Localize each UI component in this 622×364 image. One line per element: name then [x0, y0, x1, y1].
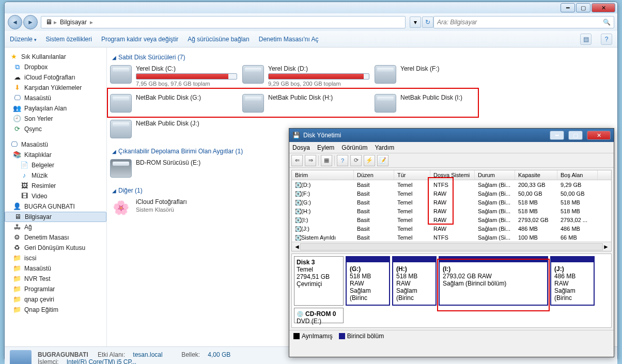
search-input[interactable] — [437, 19, 603, 26]
back-button[interactable]: ◄ — [8, 15, 22, 29]
horizontal-scrollbar[interactable]: ◄► — [292, 242, 611, 251]
sidebar-item-shared[interactable]: 👥Paylaşılan Alan — [5, 103, 106, 114]
uninstall-program[interactable]: Program kaldır veya değiştir — [101, 36, 178, 43]
partition-h[interactable]: (H:)518 MB RAWSağlam (Birinc — [392, 256, 437, 306]
organize-menu[interactable]: Düzenle — [10, 36, 37, 43]
sidebar-item-recent[interactable]: 🕘Son Yerler — [5, 114, 106, 124]
view-options[interactable]: ▤ — [580, 34, 592, 45]
map-network-drive[interactable]: Ağ sürücüsüne bağlan — [188, 36, 249, 43]
tool-forward[interactable]: ⇒ — [305, 155, 316, 166]
address-bar[interactable]: 🖥 ▸ Bilgisayar ▸ — [41, 16, 406, 28]
chevron-down-icon: ◢ — [112, 55, 116, 60]
drive-j[interactable]: NetBak Public Disk (J:) — [110, 120, 237, 138]
minimize-button[interactable]: ━ — [561, 3, 575, 12]
tool-rescan[interactable]: ⚡ — [364, 155, 375, 166]
sidebar-item-icloud[interactable]: ☁iCloud Fotoğrafları — [5, 72, 106, 83]
disk-label[interactable]: Disk 3 Temel 2794,51 GB Çevrimiçi — [294, 256, 344, 306]
partition-i[interactable]: (I:)2793,02 GB RAWSağlam (Birincil bölüm… — [439, 256, 548, 306]
sidebar-item-recycle-bin[interactable]: ♻Geri Dönüşüm Kutusu — [5, 243, 106, 253]
table-row[interactable]: 💽(D:)BasitTemelNTFSSağlam (Bi...200,33 G… — [292, 180, 611, 189]
tool-refresh[interactable]: ⟳ — [350, 155, 362, 166]
sidebar-item-control-panel[interactable]: ⚙Denetim Masası — [5, 232, 106, 243]
col-type[interactable]: Tür — [394, 170, 430, 180]
sidebar-item-folder[interactable]: 📁Masaüstü — [5, 263, 106, 274]
col-filesystem[interactable]: Dosya Sistemi — [430, 170, 475, 180]
folder-icon: 📁 — [13, 264, 21, 273]
drive-bdrom[interactable]: BD-ROM Sürücüsü (E:) — [110, 159, 237, 178]
section-hdd[interactable]: ◢Sabit Disk Sürücüleri (7) — [107, 52, 617, 65]
sidebar-item-documents[interactable]: 📄Belgeler — [5, 160, 106, 170]
addr-dropdown[interactable]: ▾ — [410, 17, 421, 28]
tool-view[interactable]: ▦ — [321, 155, 332, 166]
drive-i[interactable]: NetBak Public Disk (I:) — [375, 94, 502, 113]
disk-mgmt-window: 💾 Disk Yönetimi ━ ▢ ✕ Dosya Eylem Görünü… — [289, 128, 614, 357]
disk-label[interactable]: 💿 CD-ROM 0 DVD (E:) — [294, 308, 344, 323]
partition-j[interactable]: (J:)486 MB RAWSağlam (Birinc — [550, 256, 595, 306]
dm-maximize-button[interactable]: ▢ — [568, 131, 583, 140]
menu-view[interactable]: Görünüm — [341, 144, 367, 151]
open-control-panel[interactable]: Denetim Masası'nı Aç — [259, 36, 319, 43]
sidebar-item-folder[interactable]: 📁NVR Test — [5, 274, 106, 284]
part-status: Sağlam (Birinc — [554, 287, 576, 302]
sidebar-item-folder[interactable]: 📁iscsi — [5, 253, 106, 263]
col-free[interactable]: Boş Alan — [557, 170, 598, 180]
table-row[interactable]: 💽(F:)BasitTemelRAWSağlam (Bi...50,00 GB5… — [292, 189, 611, 198]
item-icloud-photos[interactable]: 🌸 iCloud Fotoğrafları Sistem Klasörü — [110, 198, 237, 217]
sidebar-desktop-header[interactable]: 🖵Masaüstü — [5, 139, 106, 150]
dm-close-button[interactable]: ✕ — [587, 131, 611, 140]
drive-d[interactable]: Yerel Disk (D:) 9,29 GB boş, 200 GB topl… — [242, 65, 369, 87]
system-properties[interactable]: Sistem özellikleri — [46, 36, 92, 43]
refresh-button[interactable]: ↻ — [422, 17, 433, 28]
drive-g[interactable]: NetBak Public Disk (G:) — [110, 94, 237, 113]
menu-file[interactable]: Dosya — [292, 144, 310, 151]
sidebar-item-desktop[interactable]: 🖵Masaüstü — [5, 93, 106, 103]
sidebar-item-network[interactable]: 🖧Ağ — [5, 222, 106, 232]
tool-options[interactable]: 📝 — [377, 155, 388, 166]
sidebar-item-folder[interactable]: 📁Programlar — [5, 284, 106, 294]
sidebar-item-folder[interactable]: 📁Qnap Eğitim — [5, 305, 106, 315]
help-button[interactable]: ? — [601, 34, 612, 45]
sidebar-item-downloads[interactable]: ⬇Karşıdan Yüklemeler — [5, 83, 106, 93]
menu-action[interactable]: Eylem — [317, 144, 334, 151]
col-capacity[interactable]: Kapasite — [515, 170, 557, 180]
col-volume[interactable]: Birim — [292, 170, 354, 180]
table-row[interactable]: 💽(H:)BasitTemelRAWSağlam (Bi...518 MB518… — [292, 207, 611, 215]
breadcrumb[interactable]: Bilgisayar — [58, 19, 89, 26]
table-row[interactable]: 💽Sistem AyrıldıBasitTemelNTFSSağlam (Si.… — [292, 233, 611, 242]
drive-f[interactable]: Yerel Disk (F:) — [375, 65, 502, 87]
scroll-track[interactable] — [300, 243, 603, 250]
menu-help[interactable]: Yardım — [375, 144, 394, 151]
dm-minimize-button[interactable]: ━ — [550, 131, 564, 140]
sidebar-item-pictures[interactable]: 🖼Resimler — [5, 181, 106, 191]
drive-h[interactable]: NetBak Public Disk (H:) — [242, 94, 369, 113]
table-row[interactable]: 💽(G:)BasitTemelRAWSağlam (Bi...518 MB518… — [292, 198, 611, 207]
drive-subtext: 7,95 GB boş, 97,6 GB toplam — [136, 81, 237, 87]
tool-back[interactable]: ⇐ — [291, 155, 303, 166]
sidebar-item-user[interactable]: 👤BUGRA GUNBATI — [5, 201, 106, 212]
table-row[interactable]: 💽(J:)BasitTemelRAWSağlam (Bi...486 MB486… — [292, 224, 611, 233]
table-row[interactable]: 💽(I:)BasitTemelRAWSağlam (Bi...2793,02 G… — [292, 215, 611, 224]
folder-icon: 📁 — [13, 306, 21, 314]
maximize-button[interactable]: ▢ — [576, 3, 590, 12]
dm-menu-bar: Dosya Eylem Görünüm Yardım — [289, 142, 614, 153]
col-status[interactable]: Durum — [475, 170, 515, 180]
sidebar-item-music[interactable]: ♪Müzik — [5, 170, 106, 181]
table-cell: Temel — [394, 216, 430, 224]
partition-g[interactable]: (G:)518 MB RAWSağlam (Birinc — [346, 256, 390, 306]
sidebar-item-qsync[interactable]: ⟳Qsync — [5, 124, 106, 134]
sidebar-item-videos[interactable]: 🎞Video — [5, 191, 106, 201]
tool-help[interactable]: ? — [337, 155, 348, 166]
forward-button[interactable]: ► — [23, 15, 38, 29]
sidebar-item-computer[interactable]: 🖥Bilgisayar — [5, 212, 106, 222]
sidebar-item-libraries[interactable]: 📚Kitaplıklar — [5, 150, 106, 160]
sidebar-item-folder[interactable]: 📁qnap çeviri — [5, 294, 106, 305]
drive-c[interactable]: Yerel Disk (C:) 7,95 GB boş, 97,6 GB top… — [110, 65, 237, 87]
table-cell: 200,33 GB — [515, 181, 557, 188]
table-cell: 9,29 GB — [557, 181, 598, 188]
close-button[interactable]: ✕ — [592, 3, 615, 12]
col-layout[interactable]: Düzen — [354, 170, 394, 180]
sidebar-item-dropbox[interactable]: ⧉Dropbox — [5, 62, 106, 72]
search-box[interactable]: 🔍 — [433, 16, 614, 28]
breadcrumb-sep: ▸ — [89, 19, 94, 26]
sidebar-favorites-header[interactable]: ★Sık Kullanılanlar — [5, 52, 106, 62]
